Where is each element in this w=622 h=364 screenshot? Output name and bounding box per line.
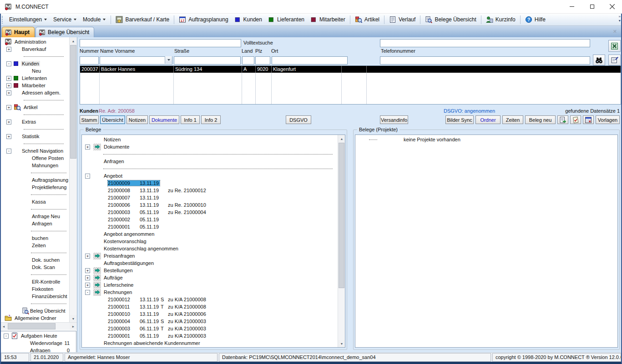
sidebar-horizontal-scrollbar[interactable] (0, 322, 77, 330)
expand-toggle-icon[interactable]: + (6, 83, 11, 88)
expand-toggle-icon[interactable]: + (6, 47, 11, 52)
tree-item-kostenvoranschlag[interactable]: Kostenvoranschlag (82, 238, 337, 245)
expand-toggle-icon[interactable]: - (85, 174, 90, 179)
toolbar-button-artikel[interactable]: Artikel (352, 15, 382, 25)
button-ordner[interactable]: Ordner (475, 115, 501, 124)
button-notes-check-icon[interactable] (570, 115, 581, 124)
scroll-right-icon[interactable] (70, 323, 77, 330)
toolbar-button-kurzinfo[interactable]: Kurzinfo (483, 15, 518, 25)
button-calendar-small-icon[interactable] (583, 115, 594, 124)
sidebar-item-allgemeine-ordner[interactable]: Allgemeine Ordner (0, 314, 69, 322)
toolbar-button-kunden[interactable]: Kunden (231, 15, 265, 25)
expand-toggle-icon[interactable]: + (6, 134, 11, 139)
tree-item-neu[interactable]: Neu (0, 67, 69, 75)
search-button[interactable] (593, 55, 605, 65)
button-bilder-sync[interactable]: Bilder Sync (445, 115, 474, 124)
tree-item-dok-scan[interactable]: Dok. Scan (0, 264, 69, 271)
document-item[interactable]: 2100000406.11.19Szu K/A 21000003 (82, 318, 337, 325)
tree-item-lieferanten[interactable]: +Lieferanten (0, 75, 69, 82)
document-item[interactable]: 2100000305.11.19zu Re. 21000004 (82, 209, 337, 216)
scroll-left-icon[interactable] (0, 323, 7, 330)
tree-item-angebot-angenommen[interactable]: Angebot angenommen (82, 230, 337, 238)
tree-item-aufträge[interactable]: +Aufträge (82, 274, 337, 281)
tree-item-zeiten[interactable]: Zeiten (0, 242, 69, 249)
tree-item-beleg-übersicht[interactable]: Beleg Übersicht (0, 307, 69, 314)
sidebar-vertical-scrollbar[interactable] (69, 37, 77, 322)
toolbar-button-hilfe[interactable]: ?Hilfe (522, 15, 548, 25)
view-tab-info-1[interactable]: Info 1 (181, 115, 200, 124)
tree-item-bestellungen[interactable]: +Bestellungen (82, 267, 337, 274)
tab-haupt[interactable]: Haupt (2, 27, 35, 37)
phone-search-input[interactable] (380, 56, 590, 65)
button-zeiten[interactable]: Zeiten (502, 115, 523, 124)
expand-toggle-icon[interactable]: + (6, 120, 11, 125)
filter-input-ort[interactable] (272, 56, 348, 65)
tree-item-statistik[interactable]: +Statistik (0, 133, 69, 140)
tree-item-finanzübersicht[interactable]: Finanzübersicht (0, 293, 69, 300)
tree-item-kassa[interactable]: Kassa (0, 198, 69, 205)
versandinfo-button[interactable]: Versandinfo (380, 115, 408, 124)
document-item[interactable]: 2100001013.11.19zu K/A 21000006 (82, 310, 337, 318)
tree-item-extras[interactable]: +Extras (0, 118, 69, 125)
tree-item-wiedervorlage[interactable]: Wiedervorlage11 (1, 339, 76, 347)
document-item[interactable]: 2100000105.11.19 (82, 223, 337, 230)
filter-input-name-vorname[interactable] (100, 56, 172, 65)
toolbar-button-verlauf[interactable]: Verlauf (386, 15, 418, 25)
close-tab-icon[interactable] (613, 29, 617, 35)
expand-toggle-icon[interactable]: + (6, 76, 11, 81)
document-item[interactable]: 2100000713.11.19 (82, 194, 337, 201)
tree-item-rechnungen[interactable]: -Rechnungen (82, 289, 337, 296)
fulltext-search-input-right[interactable] (380, 39, 590, 47)
tree-item-artikel[interactable]: +Artikel (0, 104, 69, 111)
filter-input-land[interactable] (242, 56, 254, 65)
selected-customer-row[interactable]: 200037Bäcker HannesSüdring 134A9020Klage… (80, 66, 621, 73)
document-item[interactable]: 2100000205.11.19 (82, 216, 337, 223)
toolbar-overflow-button[interactable] (619, 15, 621, 23)
tree-item-dok-suchen[interactable]: Dok. suchen (0, 256, 69, 264)
tree-item-auftragsplanung[interactable]: Auftragsplanung (0, 176, 69, 184)
tree-item-schnell-navigation[interactable]: -Schnell Navigation (0, 147, 69, 155)
button-export-doc-icon[interactable] (557, 115, 568, 124)
scroll-down-icon[interactable] (70, 315, 77, 322)
document-item[interactable]: 2100001213.11.19Szu K/A 21000008 (82, 296, 337, 303)
scroll-up-icon[interactable] (70, 37, 77, 45)
tab-belege-übersicht[interactable]: Belege Übersicht (35, 27, 94, 37)
view-tab-übersicht[interactable]: Übersicht (100, 115, 125, 124)
tree-item-anfrage-neu[interactable]: Anfrage Neu (0, 213, 69, 220)
fulltext-search-input[interactable] (80, 39, 241, 47)
toolbar-button-barverkauf-karte[interactable]: Barverkauf / Karte (113, 15, 172, 25)
scrollbar-thumb[interactable] (70, 45, 76, 159)
document-item[interactable]: 2100000913.11.19 (82, 180, 337, 187)
tree-item-fixkosten[interactable]: Fixkosten (0, 285, 69, 293)
tree-item-lieferscheine[interactable]: +Lieferscheine (82, 281, 337, 289)
expand-toggle-icon[interactable]: - (4, 334, 9, 339)
tree-item-dokumente[interactable]: +Dokumente (82, 143, 337, 150)
document-item[interactable]: 2100001113.11.19Tzu K/A 21000008 (82, 303, 337, 310)
expand-toggle-icon[interactable]: + (85, 283, 90, 288)
tree-item-projektlieferung[interactable]: Projektlieferung (0, 184, 69, 191)
toolbar-button-belege-übersicht[interactable]: Belege Übersicht (422, 15, 479, 25)
toolbar-button-lieferanten[interactable]: Lieferanten (265, 15, 307, 25)
document-item[interactable]: 2100000613.11.19zu Re. 21000010 (82, 201, 337, 209)
tree-item-angebot[interactable]: -Angebot (82, 172, 337, 180)
menu-module[interactable]: Module (80, 15, 109, 25)
tree-item-aufgaben-heute[interactable]: -Aufgaben Heute (1, 332, 76, 339)
dsgvo-button[interactable]: DSGVO (286, 115, 311, 124)
view-tab-stamm[interactable]: Stamm (80, 115, 99, 124)
edit-form-button[interactable] (608, 55, 621, 65)
tree-item-offene-posten[interactable]: Offene Posten (0, 155, 69, 162)
tree-item-administration[interactable]: Administration (0, 38, 69, 45)
tree-item-rechnungen-abweichende-kundennummer[interactable]: Rechnungen abweichende Kundennummer (82, 339, 337, 347)
tree-item-er-kontrolle[interactable]: ER-Kontrolle (0, 278, 69, 285)
filter-input-straße[interactable] (174, 56, 241, 65)
tree-item-adressen-allgem[interactable]: +Adressen allgem. (0, 89, 69, 96)
scroll-down-icon[interactable] (338, 340, 345, 347)
button-beleg-neu[interactable]: Beleg neu (525, 115, 556, 124)
scroll-up-icon[interactable] (338, 135, 345, 142)
tree-item-mahnungen[interactable]: Mahnungen (0, 162, 69, 169)
scrollbar-thumb[interactable] (8, 323, 56, 329)
view-tab-dokumente[interactable]: Dokumente (149, 115, 179, 124)
tree-item-anfragen[interactable]: Anfragen (0, 220, 69, 227)
view-tab-info-2[interactable]: Info 2 (201, 115, 221, 124)
tree-item-anfragen[interactable]: Anfragen (82, 158, 337, 165)
